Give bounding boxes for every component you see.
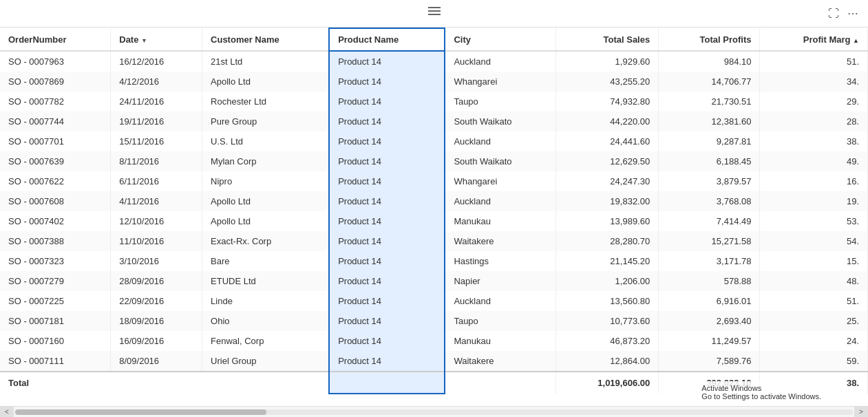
cell-date: 19/11/2016 (111, 111, 202, 131)
cell-profit-marg: 15. (760, 251, 868, 271)
cell-order-number: SO - 0007111 (0, 351, 111, 372)
cell-total-sales: 74,932.80 (556, 92, 659, 111)
table-row: SO - 000716016/09/2016Fenwal, CorpProduc… (0, 331, 868, 351)
cell-product-name: Product 14 (329, 211, 445, 231)
table-header-row: OrderNumber Date ▼ Customer Name Product… (0, 28, 868, 51)
table-row: SO - 000722522/09/2016LindeProduct 14Auc… (0, 291, 868, 311)
cell-total-sales: 1,929.60 (556, 51, 659, 72)
cell-product-name: Product 14 (329, 131, 445, 151)
table-wrapper[interactable]: OrderNumber Date ▼ Customer Name Product… (0, 28, 868, 417)
cell-date: 18/09/2016 (111, 311, 202, 331)
cell-date: 28/09/2016 (111, 271, 202, 291)
cell-total-profits: 578.88 (659, 271, 760, 291)
cell-customer-name: Nipro (202, 171, 330, 191)
cell-total-sales: 24,247.30 (556, 171, 659, 191)
cell-city: Napier (445, 271, 556, 291)
cell-order-number: SO - 0007744 (0, 111, 111, 131)
cell-total-sales: 13,989.60 (556, 211, 659, 231)
data-table: OrderNumber Date ▼ Customer Name Product… (0, 28, 868, 394)
cell-date: 4/11/2016 (111, 191, 202, 211)
cell-profit-marg: 54. (760, 231, 868, 251)
cell-total-profits: 3,171.78 (659, 251, 760, 271)
cell-profit-marg: 19. (760, 191, 868, 211)
scroll-right-button[interactable]: > (854, 407, 868, 418)
cell-total-sales: 1,206.00 (556, 271, 659, 291)
col-header-profit-marg[interactable]: Profit Marg ▲ (760, 28, 868, 51)
table-row: SO - 000778224/11/2016Rochester LtdProdu… (0, 92, 868, 111)
cell-customer-name: Fenwal, Corp (202, 331, 330, 351)
cell-customer-name: Uriel Group (202, 351, 330, 372)
more-options-icon[interactable]: ⋯ (846, 7, 860, 21)
cell-profit-marg: 53. (760, 211, 868, 231)
cell-city: Whangarei (445, 171, 556, 191)
cell-total-sales: 19,832.00 (556, 191, 659, 211)
cell-profit-marg: 16. (760, 171, 868, 191)
cell-city: Auckland (445, 131, 556, 151)
col-header-product-name[interactable]: Product Name (329, 28, 445, 51)
cell-total-profits: 2,693.40 (659, 311, 760, 331)
cell-order-number: SO - 0007323 (0, 251, 111, 271)
cell-order-number: SO - 0007160 (0, 331, 111, 351)
cell-total-profits: 15,271.58 (659, 231, 760, 251)
footer-label: Total (0, 372, 329, 394)
cell-city: Hastings (445, 251, 556, 271)
cell-city: Manukau (445, 211, 556, 231)
cell-city: Whangarei (445, 72, 556, 92)
cell-order-number: SO - 0007608 (0, 191, 111, 211)
col-header-city[interactable]: City (445, 28, 556, 51)
col-header-date[interactable]: Date ▼ (111, 28, 202, 51)
cell-product-name: Product 14 (329, 51, 445, 72)
cell-city: Manukau (445, 331, 556, 351)
menu-icon[interactable] (428, 7, 441, 15)
cell-total-profits: 6,188.45 (659, 151, 760, 171)
col-header-total-sales[interactable]: Total Sales (556, 28, 659, 51)
cell-total-sales: 10,773.60 (556, 311, 659, 331)
cell-customer-name: Bare (202, 251, 330, 271)
cell-city: Auckland (445, 291, 556, 311)
cell-customer-name: U.S. Ltd (202, 131, 330, 151)
footer-product (329, 372, 445, 394)
footer-total-sales: 1,019,606.00 (556, 372, 659, 394)
cell-order-number: SO - 0007622 (0, 171, 111, 191)
cell-customer-name: Rochester Ltd (202, 92, 330, 111)
cell-total-sales: 43,255.20 (556, 72, 659, 92)
table-row: SO - 000740212/10/2016Apollo LtdProduct … (0, 211, 868, 231)
cell-order-number: SO - 0007869 (0, 72, 111, 92)
cell-total-sales: 28,280.70 (556, 231, 659, 251)
cell-city: Taupo (445, 92, 556, 111)
cell-total-sales: 12,629.50 (556, 151, 659, 171)
cell-date: 8/11/2016 (111, 151, 202, 171)
horizontal-scrollbar[interactable]: < > (0, 406, 868, 417)
scroll-track[interactable] (15, 409, 853, 415)
col-header-customer-name[interactable]: Customer Name (202, 28, 330, 51)
cell-order-number: SO - 0007963 (0, 51, 111, 72)
cell-customer-name: Ohio (202, 311, 330, 331)
main-container: ⛶ ⋯ OrderNumber Date ▼ Customer Name Pro… (0, 0, 868, 417)
cell-product-name: Product 14 (329, 351, 445, 372)
cell-total-sales: 21,145.20 (556, 251, 659, 271)
scroll-left-button[interactable]: < (0, 407, 14, 418)
cell-customer-name: 21st Ltd (202, 51, 330, 72)
col-header-order-number[interactable]: OrderNumber (0, 28, 111, 51)
cell-profit-marg: 25. (760, 311, 868, 331)
scroll-thumb[interactable] (15, 409, 266, 415)
cell-product-name: Product 14 (329, 72, 445, 92)
expand-icon[interactable]: ⛶ (827, 7, 840, 21)
cell-profit-marg: 38. (760, 131, 868, 151)
col-header-total-profits[interactable]: Total Profits (659, 28, 760, 51)
cell-product-name: Product 14 (329, 92, 445, 111)
cell-total-sales: 46,873.20 (556, 331, 659, 351)
cell-order-number: SO - 0007388 (0, 231, 111, 251)
cell-total-profits: 3,879.57 (659, 171, 760, 191)
cell-total-profits: 21,730.51 (659, 92, 760, 111)
cell-order-number: SO - 0007279 (0, 271, 111, 291)
cell-total-profits: 3,768.08 (659, 191, 760, 211)
cell-product-name: Product 14 (329, 331, 445, 351)
activate-windows-notice: Activate Windows Go to Settings to activ… (696, 381, 827, 403)
cell-customer-name: Pure Group (202, 111, 330, 131)
cell-total-profits: 6,916.01 (659, 291, 760, 311)
cell-city: Auckland (445, 51, 556, 72)
cell-total-profits: 7,414.49 (659, 211, 760, 231)
cell-customer-name: Apollo Ltd (202, 211, 330, 231)
cell-date: 6/11/2016 (111, 171, 202, 191)
